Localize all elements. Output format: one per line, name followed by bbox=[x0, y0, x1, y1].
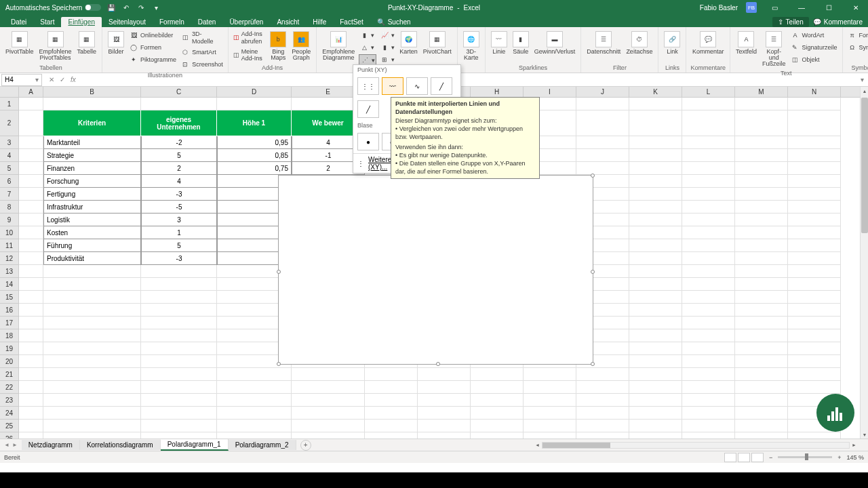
cell-eigenes[interactable]: 2 bbox=[141, 162, 217, 175]
row-header[interactable]: 3 bbox=[0, 136, 18, 149]
accept-formula-icon[interactable]: ✓ bbox=[60, 76, 65, 83]
cell-kriterien[interactable]: Infrastruktur bbox=[43, 201, 141, 214]
minimize-button[interactable]: — bbox=[792, 0, 811, 15]
object-button[interactable]: ◫Objekt bbox=[789, 54, 837, 65]
row-header[interactable]: 24 bbox=[0, 407, 18, 420]
close-button[interactable]: ✕ bbox=[846, 0, 865, 15]
select-all-corner[interactable] bbox=[0, 87, 19, 98]
ribbon-options-icon[interactable]: ▭ bbox=[765, 0, 784, 15]
sparkline-line-button[interactable]: 〰Linie bbox=[490, 30, 509, 56]
wordart-button[interactable]: AWordArt bbox=[789, 30, 837, 41]
cell-eigenes[interactable]: 3 bbox=[141, 214, 217, 226]
online-pictures-button[interactable]: 🖼Onlinebilder bbox=[128, 30, 177, 41]
row-header[interactable]: 1 bbox=[0, 98, 18, 110]
tab-daten[interactable]: Daten bbox=[191, 17, 223, 27]
symbol-button[interactable]: ΩSymbol bbox=[847, 42, 868, 53]
autosave-toggle[interactable]: Automatisches Speichern bbox=[5, 4, 101, 12]
scroll-thumb[interactable] bbox=[861, 98, 868, 233]
row-header[interactable]: 7 bbox=[0, 188, 18, 201]
share-button[interactable]: ⇪ Teilen bbox=[772, 17, 809, 27]
row-header[interactable]: 6 bbox=[0, 175, 18, 188]
row-header[interactable]: 2 bbox=[0, 110, 18, 136]
scatter-points-option[interactable]: ⋮⋮ bbox=[357, 77, 379, 95]
cell-kriterien[interactable]: Strategie bbox=[43, 149, 141, 162]
maps-button[interactable]: 🌍Karten bbox=[398, 30, 419, 56]
row-header[interactable]: 16 bbox=[0, 304, 18, 317]
col-header[interactable]: M bbox=[735, 87, 788, 97]
row-header[interactable]: 13 bbox=[0, 265, 18, 278]
hscroll-thumb[interactable] bbox=[542, 443, 610, 448]
sheet-tab-polar1[interactable]: Polardiagramm_1 bbox=[161, 439, 229, 451]
cell-kriterien[interactable]: Logistik bbox=[43, 214, 141, 226]
cell-eigenes[interactable]: 5 bbox=[141, 149, 217, 162]
scatter-straight-markers-option[interactable]: ╱ bbox=[431, 77, 452, 95]
formula-expand-icon[interactable]: ▾ bbox=[856, 76, 868, 83]
sparkline-winloss-button[interactable]: ▬Gewinn/Verlust bbox=[533, 30, 577, 56]
horizontal-scrollbar[interactable]: ◄ ► bbox=[533, 441, 859, 450]
recommended-pivot-button[interactable]: ▦Empfohlene PivotTables bbox=[38, 30, 73, 62]
row-header[interactable]: 18 bbox=[0, 329, 18, 342]
zoom-in-button[interactable]: + bbox=[837, 454, 841, 461]
textbox-button[interactable]: ATextfeld bbox=[734, 30, 758, 56]
zoom-out-button[interactable]: − bbox=[769, 454, 772, 461]
name-box[interactable]: H4▾ bbox=[1, 74, 42, 86]
col-header[interactable]: J bbox=[576, 87, 629, 97]
cell-hoehe[interactable]: 0,95 bbox=[217, 136, 292, 149]
zoom-level[interactable]: 145 % bbox=[846, 454, 864, 461]
tab-ansicht[interactable]: Ansicht bbox=[270, 17, 306, 27]
bubble-option[interactable]: ● bbox=[357, 133, 379, 150]
row-header[interactable]: 14 bbox=[0, 278, 18, 291]
cancel-formula-icon[interactable]: ✕ bbox=[49, 76, 54, 83]
row-header[interactable]: 26 bbox=[0, 432, 18, 439]
add-sheet-button[interactable]: + bbox=[300, 440, 311, 451]
col-header[interactable]: D bbox=[217, 87, 292, 97]
cell-kriterien[interactable]: Finanzen bbox=[43, 162, 141, 175]
sheet-nav-prev-icon[interactable]: ◄ bbox=[4, 442, 9, 448]
qat-customize-icon[interactable]: ▾ bbox=[151, 3, 161, 12]
cell-kriterien[interactable]: Marktanteil bbox=[43, 136, 141, 149]
col-header[interactable]: C bbox=[141, 87, 217, 97]
view-page-break-button[interactable] bbox=[751, 453, 764, 462]
pivottable-button[interactable]: ▦PivotTable bbox=[4, 30, 35, 56]
search-box[interactable]: 🔍 Suchen bbox=[370, 17, 418, 27]
tab-hilfe[interactable]: Hilfe bbox=[306, 17, 333, 27]
zoom-slider[interactable] bbox=[778, 456, 832, 458]
row-header[interactable]: 15 bbox=[0, 291, 18, 304]
my-addins-button[interactable]: ◫Meine Add-Ins bbox=[233, 47, 267, 64]
comments-button[interactable]: 💬 Kommentare bbox=[813, 18, 863, 26]
cell-kriterien[interactable]: Forschung bbox=[43, 175, 141, 188]
scatter-smooth-option[interactable]: ∿ bbox=[406, 77, 428, 95]
row-header[interactable]: 5 bbox=[0, 162, 18, 175]
cell-eigenes[interactable]: 1 bbox=[141, 226, 217, 239]
scroll-down-icon[interactable]: ▼ bbox=[861, 430, 868, 439]
header-footer-button[interactable]: ☰Kopf- und Fußzeile bbox=[761, 30, 787, 68]
screenshot-button[interactable]: ⊡Screenshot bbox=[180, 60, 224, 70]
row-header[interactable]: 22 bbox=[0, 381, 18, 394]
signature-button[interactable]: ✎Signaturzeile bbox=[789, 42, 837, 53]
cell-eigenes[interactable]: 4 bbox=[141, 175, 217, 188]
comment-insert-button[interactable]: 💬Kommentar bbox=[691, 30, 726, 56]
scroll-up-icon[interactable]: ▲ bbox=[861, 87, 868, 95]
row-header[interactable]: 8 bbox=[0, 201, 18, 214]
cell-kriterien[interactable]: Produktivität bbox=[43, 252, 141, 265]
vertical-scrollbar[interactable]: ▲ ▼ bbox=[860, 87, 868, 439]
redo-icon[interactable]: ↷ bbox=[136, 3, 146, 12]
tab-formeln[interactable]: Formeln bbox=[153, 17, 191, 27]
tab-ueberpruefen[interactable]: Überprüfen bbox=[222, 17, 270, 27]
col-header[interactable]: B bbox=[43, 87, 141, 97]
row-header[interactable]: 25 bbox=[0, 420, 18, 432]
view-page-layout-button[interactable] bbox=[738, 453, 750, 462]
col-header[interactable]: A bbox=[19, 87, 43, 97]
scatter-straight-option[interactable]: ╱ bbox=[357, 100, 379, 118]
row-header[interactable]: 10 bbox=[0, 226, 18, 239]
col-header[interactable]: K bbox=[629, 87, 682, 97]
row-header[interactable]: 19 bbox=[0, 342, 18, 355]
get-addins-button[interactable]: ◫Add-Ins abrufen bbox=[233, 30, 267, 46]
row-header[interactable]: 12 bbox=[0, 252, 18, 265]
col-header[interactable]: N bbox=[788, 87, 841, 97]
people-graph-button[interactable]: 👥People Graph bbox=[290, 30, 312, 62]
table-button[interactable]: ▦Tabelle bbox=[76, 30, 98, 56]
row-header[interactable]: 4 bbox=[0, 149, 18, 162]
scatter-smooth-markers-option[interactable]: 〰 bbox=[382, 77, 403, 95]
tab-datei[interactable]: Datei bbox=[4, 17, 33, 27]
